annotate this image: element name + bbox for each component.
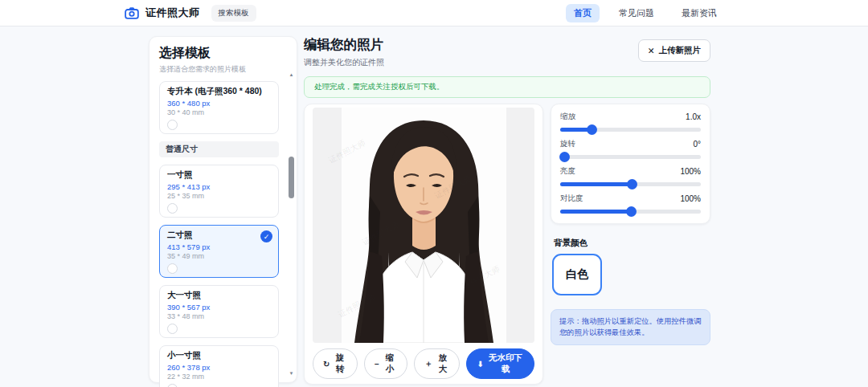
editor-header: 编辑您的照片 调整并美化您的证件照 ✕ 上传新照片 <box>304 36 710 68</box>
template-sidebar: 选择模板 选择适合您需求的照片模板 专升本 (电子照360 * 480) 360… <box>149 36 297 383</box>
download-no-watermark-button[interactable]: ⬇ 无水印下载 <box>466 348 534 379</box>
template-name: 二寸照 <box>167 230 271 241</box>
zoom-slider-value: 1.0x <box>686 112 701 121</box>
radio-circle[interactable] <box>167 324 178 334</box>
tip-text: 提示：拖动照片以重新定位。使用控件微调您的照片以获得最佳效果。 <box>551 309 710 345</box>
editor-row: 证件照大师 证件照大师 证件照大师 证件照大师 证件照大师 ↻ 旋转 − 缩小 <box>304 104 710 385</box>
zoom-in-button[interactable]: ＋ 放大 <box>414 348 461 379</box>
rotate-slider-value: 0° <box>693 140 701 149</box>
camera-icon <box>125 6 139 19</box>
template-mm: 33 * 48 mm <box>167 312 271 320</box>
scrollbar-thumb[interactable] <box>289 157 294 198</box>
template-name: 专升本 (电子照360 * 480) <box>167 86 271 97</box>
photo-actions: ↻ 旋转 − 缩小 ＋ 放大 ⬇ 无水印下载 <box>313 348 534 379</box>
slider-thumb[interactable] <box>559 152 570 162</box>
template-name: 小一寸照 <box>167 350 271 361</box>
scroll-down-icon[interactable]: ▼ <box>288 371 295 376</box>
template-item-large-1inch[interactable]: 大一寸照 390 * 567 px 33 * 48 mm <box>159 285 279 338</box>
top-nav: 首页 常见问题 最新资讯 <box>566 4 725 22</box>
template-name: 一寸照 <box>167 169 271 181</box>
sliders-card: 缩放 1.0x 旋转 0° 亮度 <box>551 104 710 224</box>
radio-circle[interactable] <box>167 263 178 274</box>
template-item-2inch-selected[interactable]: ✓ 二寸照 413 * 579 px 35 * 49 mm <box>159 225 279 278</box>
radio-circle[interactable] <box>167 203 178 214</box>
section-header-normal-sizes: 普通尺寸 <box>159 141 279 157</box>
template-item-1inch[interactable]: 一寸照 295 * 413 px 25 * 35 mm <box>159 165 279 218</box>
brightness-slider-label: 亮度 <box>560 166 575 177</box>
template-mm: 35 * 49 mm <box>167 252 271 260</box>
rotate-label: 旋转 <box>333 352 347 375</box>
brightness-slider[interactable] <box>560 182 701 186</box>
page-subtitle: 调整并美化您的证件照 <box>304 57 384 68</box>
sidebar-title: 选择模板 <box>159 45 287 62</box>
download-label: 无水印下载 <box>487 352 524 375</box>
brightness-slider-row: 亮度 100% <box>560 166 701 186</box>
portrait-photo <box>342 108 506 343</box>
template-px: 413 * 579 px <box>167 242 271 251</box>
plus-icon: ＋ <box>424 358 432 369</box>
page: 证件照大师 搜索模板 首页 常见问题 最新资讯 选择模板 选择适合您需求的照片模… <box>0 0 868 387</box>
zoom-slider-row: 缩放 1.0x <box>560 112 701 132</box>
sidebar-subtitle: 选择适合您需求的照片模板 <box>159 64 287 75</box>
contrast-slider-value: 100% <box>680 194 701 203</box>
template-list: 专升本 (电子照360 * 480) 360 * 480 px 30 * 40 … <box>159 81 287 387</box>
photo-canvas[interactable]: 证件照大师 证件照大师 证件照大师 证件照大师 证件照大师 <box>313 108 534 343</box>
photo-card: 证件照大师 证件照大师 证件照大师 证件照大师 证件照大师 ↻ 旋转 − 缩小 <box>304 104 543 385</box>
scroll-up-icon[interactable]: ▲ <box>288 72 295 77</box>
header-left: 证件照大师 搜索模板 <box>125 5 256 22</box>
brightness-slider-value: 100% <box>680 167 701 176</box>
app-title: 证件照大师 <box>145 6 200 20</box>
background-color-label: 背景颜色 <box>554 238 710 249</box>
nav-item-news[interactable]: 最新资讯 <box>674 4 725 22</box>
template-list-scrollbar[interactable]: ▲ ▼ <box>288 72 295 376</box>
contrast-slider-label: 对比度 <box>560 194 583 204</box>
zoom-in-label: 放大 <box>436 352 450 375</box>
rotate-slider-label: 旋转 <box>560 139 575 149</box>
rotate-slider[interactable] <box>560 155 701 159</box>
editor-titles: 编辑您的照片 调整并美化您的证件照 <box>304 36 384 68</box>
template-mm: 25 * 35 mm <box>167 192 271 200</box>
template-mm: 22 * 32 mm <box>167 373 271 381</box>
nav-item-faq[interactable]: 常见问题 <box>611 4 662 22</box>
adjustment-panel: 缩放 1.0x 旋转 0° 亮度 <box>551 104 710 345</box>
search-templates-button[interactable]: 搜索模板 <box>211 5 256 22</box>
minus-icon: − <box>375 360 379 369</box>
slider-thumb[interactable] <box>626 206 637 217</box>
template-mm: 30 * 40 mm <box>167 108 271 116</box>
rotate-button[interactable]: ↻ 旋转 <box>313 348 358 379</box>
contrast-slider-row: 对比度 100% <box>560 194 701 214</box>
upload-new-photo-button[interactable]: ✕ 上传新照片 <box>638 39 710 62</box>
template-item-small-1inch[interactable]: 小一寸照 260 * 378 px 22 * 32 mm <box>159 345 279 387</box>
slider-thumb[interactable] <box>627 179 637 189</box>
nav-item-home[interactable]: 首页 <box>566 4 600 22</box>
contrast-slider[interactable] <box>560 210 701 214</box>
radio-circle[interactable] <box>167 384 178 387</box>
template-px: 360 * 480 px <box>167 99 271 108</box>
zoom-slider-label: 缩放 <box>560 112 575 122</box>
background-color-white-swatch[interactable]: 白色 <box>552 254 602 295</box>
page-title: 编辑您的照片 <box>304 36 384 54</box>
template-px: 260 * 378 px <box>167 363 271 372</box>
template-px: 295 * 413 px <box>167 182 271 191</box>
download-icon: ⬇ <box>477 360 483 369</box>
template-item-zhuanshengben[interactable]: 专升本 (电子照360 * 480) 360 * 480 px 30 * 40 … <box>159 81 279 134</box>
rotate-slider-row: 旋转 0° <box>560 139 701 159</box>
zoom-out-button[interactable]: − 缩小 <box>364 348 407 379</box>
check-icon: ✓ <box>260 230 272 242</box>
radio-circle[interactable] <box>167 120 178 130</box>
zoom-slider[interactable] <box>560 128 701 132</box>
zoom-out-label: 缩小 <box>383 352 397 375</box>
rotate-icon: ↻ <box>323 360 330 369</box>
slider-thumb[interactable] <box>587 124 597 135</box>
template-name: 大一寸照 <box>167 290 271 301</box>
app-header: 证件照大师 搜索模板 首页 常见问题 最新资讯 <box>0 0 868 26</box>
template-px: 390 * 567 px <box>167 303 271 312</box>
editor-main: 编辑您的照片 调整并美化您的证件照 ✕ 上传新照片 处理完成，需完成关注授权后可… <box>304 36 710 385</box>
upload-new-photo-label: 上传新照片 <box>659 45 702 56</box>
status-banner: 处理完成，需完成关注授权后可下载。 <box>304 76 710 98</box>
close-icon: ✕ <box>648 46 655 55</box>
